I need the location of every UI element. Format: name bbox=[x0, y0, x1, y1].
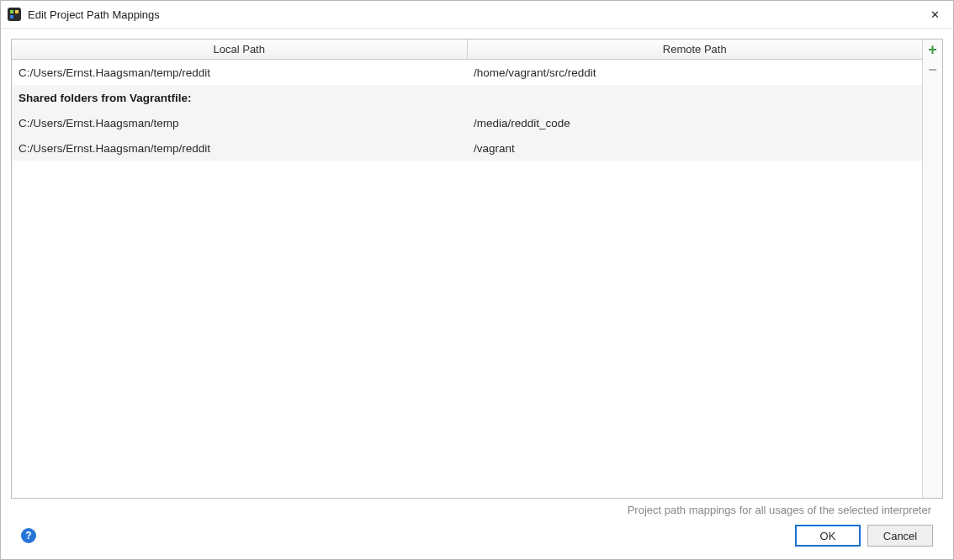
svg-rect-1 bbox=[10, 10, 13, 13]
ok-button-label: OK bbox=[820, 530, 836, 542]
shared-folders-section-header: Shared folders from Vagrantfile: bbox=[12, 85, 922, 110]
table-side-toolbar: + − bbox=[922, 40, 942, 498]
remove-mapping-button[interactable]: − bbox=[923, 60, 943, 80]
dialog-window: Edit Project Path Mappings ✕ Local Path … bbox=[0, 0, 954, 560]
cell-local-path: C:/Users/Ernst.Haagsman/temp/reddit bbox=[12, 142, 467, 155]
table-main: Local Path Remote Path C:/Users/Ernst.Ha… bbox=[12, 40, 922, 498]
svg-rect-0 bbox=[8, 8, 21, 21]
help-icon: ? bbox=[25, 530, 31, 542]
column-header-local[interactable]: Local Path bbox=[12, 40, 468, 59]
table-row[interactable]: C:/Users/Ernst.Haagsman/temp/reddit /hom… bbox=[12, 60, 922, 85]
cell-local-path: C:/Users/Ernst.Haagsman/temp bbox=[12, 117, 467, 129]
window-title: Edit Project Path Mappings bbox=[28, 8, 916, 21]
column-header-remote[interactable]: Remote Path bbox=[468, 40, 923, 59]
titlebar: Edit Project Path Mappings ✕ bbox=[1, 1, 953, 29]
app-icon bbox=[8, 8, 21, 21]
close-icon: ✕ bbox=[930, 8, 940, 21]
window-close-button[interactable]: ✕ bbox=[916, 1, 953, 28]
minus-icon: − bbox=[928, 61, 937, 79]
hint-text: Project path mappings for all usages of … bbox=[628, 504, 931, 516]
cancel-button[interactable]: Cancel bbox=[867, 525, 933, 547]
svg-rect-3 bbox=[10, 15, 13, 18]
hint-text-row: Project path mappings for all usages of … bbox=[11, 499, 943, 520]
shared-folders-section-label: Shared folders from Vagrantfile: bbox=[19, 92, 192, 104]
column-header-remote-label: Remote Path bbox=[663, 43, 727, 55]
cell-remote-path[interactable]: /home/vagrant/src/reddit bbox=[467, 66, 922, 79]
add-mapping-button[interactable]: + bbox=[923, 40, 943, 60]
cell-remote-path: /media/reddit_code bbox=[467, 117, 922, 129]
svg-rect-2 bbox=[15, 10, 19, 13]
cell-local-path[interactable]: C:/Users/Ernst.Haagsman/temp/reddit bbox=[12, 66, 467, 79]
table-row[interactable]: C:/Users/Ernst.Haagsman/temp /media/redd… bbox=[12, 110, 922, 135]
table-body: C:/Users/Ernst.Haagsman/temp/reddit /hom… bbox=[12, 60, 922, 498]
ok-button[interactable]: OK bbox=[795, 525, 861, 547]
column-header-local-label: Local Path bbox=[214, 43, 265, 55]
plus-icon: + bbox=[928, 41, 937, 59]
mappings-table: Local Path Remote Path C:/Users/Ernst.Ha… bbox=[11, 39, 943, 499]
help-button[interactable]: ? bbox=[21, 528, 36, 543]
dialog-button-row: ? OK Cancel bbox=[11, 520, 943, 559]
content-area: Local Path Remote Path C:/Users/Ernst.Ha… bbox=[1, 29, 953, 559]
table-header: Local Path Remote Path bbox=[12, 40, 922, 60]
cell-remote-path: /vagrant bbox=[467, 142, 922, 155]
table-row[interactable]: C:/Users/Ernst.Haagsman/temp/reddit /vag… bbox=[12, 135, 922, 161]
cancel-button-label: Cancel bbox=[883, 530, 917, 542]
